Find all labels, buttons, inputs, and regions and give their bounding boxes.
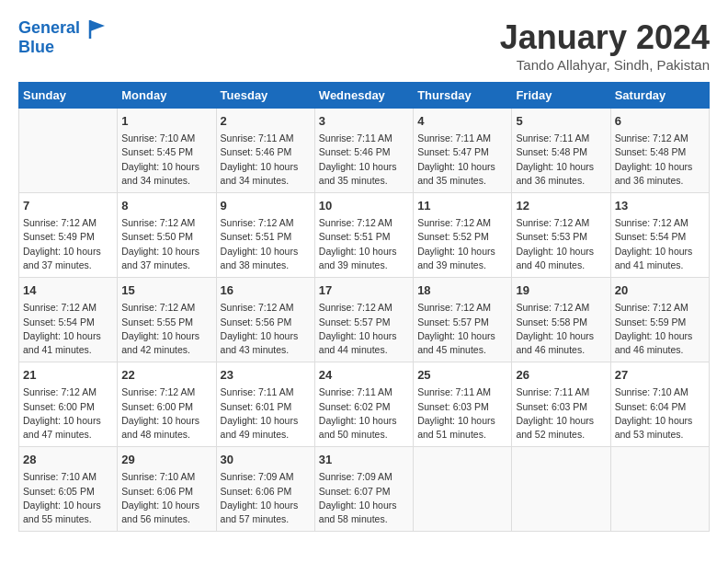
day-number: 17 <box>319 282 409 299</box>
calendar-cell: 3Sunrise: 7:11 AMSunset: 5:46 PMDaylight… <box>314 109 413 193</box>
day-info: Sunrise: 7:11 AMSunset: 6:01 PMDaylight:… <box>221 385 311 442</box>
calendar-cell: 17Sunrise: 7:12 AMSunset: 5:57 PMDayligh… <box>314 278 413 362</box>
weekday-header-sunday: Sunday <box>19 83 118 109</box>
day-info: Sunrise: 7:12 AMSunset: 5:57 PMDaylight:… <box>319 301 409 357</box>
weekday-header-wednesday: Wednesday <box>314 83 413 109</box>
calendar-cell <box>512 447 610 532</box>
calendar-cell: 22Sunrise: 7:12 AMSunset: 6:00 PMDayligh… <box>118 362 216 447</box>
calendar-cell: 18Sunrise: 7:12 AMSunset: 5:57 PMDayligh… <box>414 278 512 362</box>
day-info: Sunrise: 7:12 AMSunset: 5:56 PMDaylight:… <box>221 301 311 357</box>
day-number: 1 <box>121 113 211 130</box>
day-info: Sunrise: 7:09 AMSunset: 6:07 PMDaylight:… <box>319 470 409 526</box>
logo-general: General <box>18 18 80 37</box>
day-number: 28 <box>23 452 113 468</box>
day-number: 22 <box>121 367 211 384</box>
calendar-cell: 27Sunrise: 7:10 AMSunset: 6:04 PMDayligh… <box>610 362 709 447</box>
day-info: Sunrise: 7:12 AMSunset: 5:54 PMDaylight:… <box>615 216 705 272</box>
month-title: January 2024 <box>500 18 710 57</box>
day-info: Sunrise: 7:09 AMSunset: 6:06 PMDaylight:… <box>221 470 311 526</box>
day-info: Sunrise: 7:10 AMSunset: 5:45 PMDaylight:… <box>121 132 211 188</box>
calendar-cell <box>19 109 118 193</box>
calendar-cell: 31Sunrise: 7:09 AMSunset: 6:07 PMDayligh… <box>314 447 413 532</box>
day-number: 10 <box>319 198 409 214</box>
day-info: Sunrise: 7:12 AMSunset: 5:54 PMDaylight:… <box>23 301 113 357</box>
day-number: 7 <box>23 198 113 214</box>
week-row-2: 7Sunrise: 7:12 AMSunset: 5:49 PMDaylight… <box>19 193 710 278</box>
calendar-cell: 7Sunrise: 7:12 AMSunset: 5:49 PMDaylight… <box>19 193 118 278</box>
day-number: 11 <box>417 198 507 214</box>
day-number: 14 <box>23 282 113 299</box>
day-info: Sunrise: 7:12 AMSunset: 5:48 PMDaylight:… <box>615 132 705 188</box>
calendar-cell: 21Sunrise: 7:12 AMSunset: 6:00 PMDayligh… <box>19 362 118 447</box>
weekday-header-saturday: Saturday <box>610 83 709 109</box>
calendar-cell: 4Sunrise: 7:11 AMSunset: 5:47 PMDaylight… <box>414 109 512 193</box>
day-info: Sunrise: 7:10 AMSunset: 6:05 PMDaylight:… <box>23 470 113 526</box>
svg-marker-0 <box>90 20 105 31</box>
page-header: General Blue January 2024 Tando Allahyar… <box>18 18 710 73</box>
day-info: Sunrise: 7:11 AMSunset: 5:46 PMDaylight:… <box>221 132 311 188</box>
calendar-cell: 14Sunrise: 7:12 AMSunset: 5:54 PMDayligh… <box>19 278 118 362</box>
logo: General Blue <box>18 18 107 57</box>
day-info: Sunrise: 7:11 AMSunset: 6:03 PMDaylight:… <box>516 385 606 442</box>
day-number: 2 <box>221 113 311 130</box>
calendar-cell: 10Sunrise: 7:12 AMSunset: 5:51 PMDayligh… <box>314 193 413 278</box>
calendar-cell: 24Sunrise: 7:11 AMSunset: 6:02 PMDayligh… <box>314 362 413 447</box>
calendar-cell: 12Sunrise: 7:12 AMSunset: 5:53 PMDayligh… <box>512 193 610 278</box>
day-info: Sunrise: 7:11 AMSunset: 5:48 PMDaylight:… <box>516 132 606 188</box>
calendar-cell: 29Sunrise: 7:10 AMSunset: 6:06 PMDayligh… <box>118 447 216 532</box>
day-number: 15 <box>121 282 211 299</box>
day-number: 13 <box>615 198 705 214</box>
day-number: 4 <box>417 113 507 130</box>
calendar-cell: 15Sunrise: 7:12 AMSunset: 5:55 PMDayligh… <box>118 278 216 362</box>
day-number: 6 <box>615 113 705 130</box>
day-number: 12 <box>516 198 606 214</box>
day-number: 24 <box>319 367 409 384</box>
day-info: Sunrise: 7:12 AMSunset: 6:00 PMDaylight:… <box>23 385 113 442</box>
day-info: Sunrise: 7:12 AMSunset: 6:00 PMDaylight:… <box>121 385 211 442</box>
day-number: 18 <box>417 282 507 299</box>
day-number: 20 <box>615 282 705 299</box>
day-info: Sunrise: 7:12 AMSunset: 5:49 PMDaylight:… <box>23 216 113 272</box>
week-row-4: 21Sunrise: 7:12 AMSunset: 6:00 PMDayligh… <box>19 362 710 447</box>
location: Tando Allahyar, Sindh, Pakistan <box>500 57 710 73</box>
calendar-cell: 26Sunrise: 7:11 AMSunset: 6:03 PMDayligh… <box>512 362 610 447</box>
title-section: January 2024 Tando Allahyar, Sindh, Paki… <box>500 18 710 73</box>
calendar-cell: 28Sunrise: 7:10 AMSunset: 6:05 PMDayligh… <box>19 447 118 532</box>
day-number: 3 <box>319 113 409 130</box>
calendar-cell: 16Sunrise: 7:12 AMSunset: 5:56 PMDayligh… <box>216 278 314 362</box>
weekday-header-friday: Friday <box>512 83 610 109</box>
day-number: 25 <box>417 367 507 384</box>
calendar-cell: 13Sunrise: 7:12 AMSunset: 5:54 PMDayligh… <box>610 193 709 278</box>
calendar-cell: 1Sunrise: 7:10 AMSunset: 5:45 PMDaylight… <box>118 109 216 193</box>
calendar-cell: 23Sunrise: 7:11 AMSunset: 6:01 PMDayligh… <box>216 362 314 447</box>
calendar-cell: 5Sunrise: 7:11 AMSunset: 5:48 PMDaylight… <box>512 109 610 193</box>
week-row-5: 28Sunrise: 7:10 AMSunset: 6:05 PMDayligh… <box>19 447 710 532</box>
day-info: Sunrise: 7:12 AMSunset: 5:53 PMDaylight:… <box>516 216 606 272</box>
day-info: Sunrise: 7:12 AMSunset: 5:59 PMDaylight:… <box>615 301 705 357</box>
day-number: 9 <box>221 198 311 214</box>
day-info: Sunrise: 7:12 AMSunset: 5:57 PMDaylight:… <box>417 301 507 357</box>
weekday-header-row: SundayMondayTuesdayWednesdayThursdayFrid… <box>19 83 710 109</box>
day-info: Sunrise: 7:10 AMSunset: 6:06 PMDaylight:… <box>121 470 211 526</box>
logo-blue: Blue <box>18 39 107 57</box>
calendar-cell: 25Sunrise: 7:11 AMSunset: 6:03 PMDayligh… <box>414 362 512 447</box>
day-number: 8 <box>121 198 211 214</box>
calendar-cell: 11Sunrise: 7:12 AMSunset: 5:52 PMDayligh… <box>414 193 512 278</box>
day-number: 16 <box>221 282 311 299</box>
day-info: Sunrise: 7:11 AMSunset: 5:47 PMDaylight:… <box>417 132 507 188</box>
calendar-cell: 9Sunrise: 7:12 AMSunset: 5:51 PMDaylight… <box>216 193 314 278</box>
calendar-cell: 6Sunrise: 7:12 AMSunset: 5:48 PMDaylight… <box>610 109 709 193</box>
day-number: 19 <box>516 282 606 299</box>
day-info: Sunrise: 7:11 AMSunset: 6:03 PMDaylight:… <box>417 385 507 442</box>
calendar-cell: 19Sunrise: 7:12 AMSunset: 5:58 PMDayligh… <box>512 278 610 362</box>
day-number: 29 <box>121 452 211 468</box>
day-info: Sunrise: 7:12 AMSunset: 5:52 PMDaylight:… <box>417 216 507 272</box>
day-info: Sunrise: 7:12 AMSunset: 5:51 PMDaylight:… <box>319 216 409 272</box>
calendar-cell: 8Sunrise: 7:12 AMSunset: 5:50 PMDaylight… <box>118 193 216 278</box>
day-info: Sunrise: 7:11 AMSunset: 6:02 PMDaylight:… <box>319 385 409 442</box>
weekday-header-tuesday: Tuesday <box>216 83 314 109</box>
day-number: 27 <box>615 367 705 384</box>
weekday-header-thursday: Thursday <box>414 83 512 109</box>
calendar-cell: 2Sunrise: 7:11 AMSunset: 5:46 PMDaylight… <box>216 109 314 193</box>
day-number: 26 <box>516 367 606 384</box>
